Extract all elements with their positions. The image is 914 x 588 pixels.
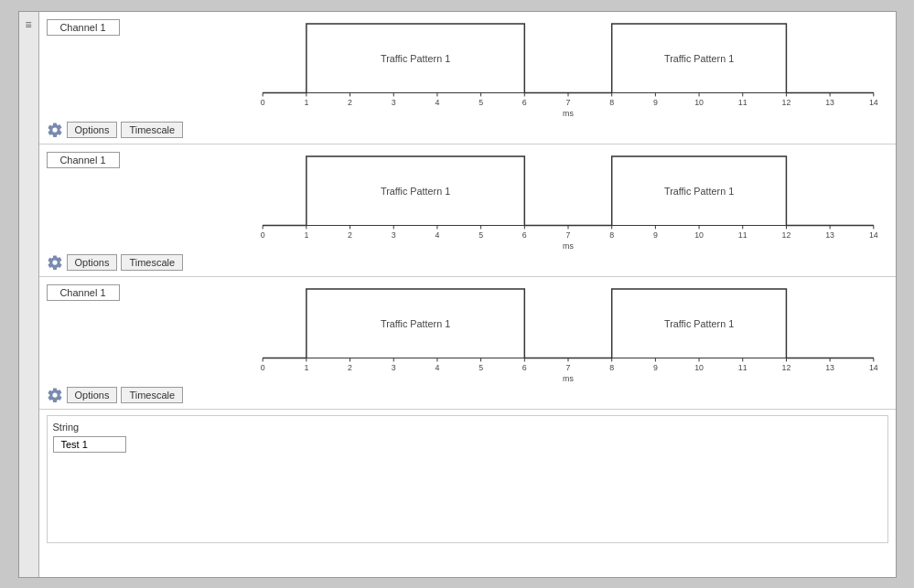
waveform-svg-2: 01234567891011121314msTraffic Pattern 1T… bbox=[250, 152, 887, 251]
svg-text:Traffic Pattern 1: Traffic Pattern 1 bbox=[380, 52, 449, 63]
channel-label-2: Channel 1 bbox=[47, 152, 120, 168]
svg-text:ms: ms bbox=[563, 109, 574, 118]
waveform-area-3: 01234567891011121314msTraffic Pattern 1T… bbox=[250, 284, 887, 383]
main-window: ≡ Channel 1OptionsTimescale0123456789101… bbox=[18, 11, 897, 578]
svg-text:Traffic Pattern 1: Traffic Pattern 1 bbox=[380, 317, 449, 328]
svg-text:2: 2 bbox=[348, 363, 352, 372]
svg-text:5: 5 bbox=[479, 230, 483, 240]
waveform-svg-1: 01234567891011121314msTraffic Pattern 1T… bbox=[250, 19, 887, 118]
svg-text:6: 6 bbox=[522, 98, 526, 107]
svg-text:7: 7 bbox=[565, 363, 570, 372]
channel-row-2: Channel 1OptionsTimescale012345678910111… bbox=[39, 144, 896, 277]
svg-text:11: 11 bbox=[737, 363, 747, 372]
svg-text:5: 5 bbox=[479, 363, 483, 372]
svg-text:ms: ms bbox=[563, 374, 574, 383]
svg-text:9: 9 bbox=[652, 230, 657, 240]
options-area-2: OptionsTimescale bbox=[47, 254, 184, 271]
svg-text:10: 10 bbox=[694, 230, 704, 240]
channel-label-1: Channel 1 bbox=[47, 19, 120, 36]
svg-text:ms: ms bbox=[563, 241, 574, 251]
string-value: Test 1 bbox=[53, 436, 126, 453]
svg-text:Traffic Pattern 1: Traffic Pattern 1 bbox=[380, 185, 449, 196]
left-sidebar: ≡ bbox=[19, 12, 39, 577]
svg-text:5: 5 bbox=[479, 98, 483, 107]
svg-text:0: 0 bbox=[260, 363, 264, 372]
waveform-area-1: 01234567891011121314msTraffic Pattern 1T… bbox=[250, 19, 887, 118]
svg-text:0: 0 bbox=[260, 230, 264, 240]
svg-text:4: 4 bbox=[435, 98, 439, 107]
svg-text:Traffic Pattern 1: Traffic Pattern 1 bbox=[663, 185, 733, 196]
svg-text:2: 2 bbox=[348, 230, 352, 240]
menu-icon: ≡ bbox=[25, 19, 31, 30]
gear-icon-3 bbox=[47, 387, 63, 403]
options-area-3: OptionsTimescale bbox=[47, 387, 184, 403]
svg-text:3: 3 bbox=[391, 363, 395, 372]
svg-text:9: 9 bbox=[652, 363, 657, 372]
svg-text:10: 10 bbox=[694, 363, 704, 372]
svg-text:12: 12 bbox=[781, 363, 790, 372]
options-button-2[interactable]: Options bbox=[67, 254, 118, 271]
svg-text:1: 1 bbox=[304, 230, 308, 240]
timescale-button-3[interactable]: Timescale bbox=[121, 387, 183, 403]
svg-text:7: 7 bbox=[565, 230, 570, 240]
svg-text:12: 12 bbox=[781, 98, 790, 107]
channel-label-3: Channel 1 bbox=[47, 284, 120, 301]
gear-icon-2 bbox=[47, 254, 63, 271]
waveform-svg-3: 01234567891011121314msTraffic Pattern 1T… bbox=[250, 284, 887, 383]
options-button-1[interactable]: Options bbox=[67, 122, 118, 138]
svg-text:6: 6 bbox=[522, 230, 526, 240]
string-panel: String Test 1 bbox=[39, 410, 896, 556]
svg-text:8: 8 bbox=[609, 230, 614, 240]
svg-text:0: 0 bbox=[260, 98, 264, 107]
channel-row-1: Channel 1OptionsTimescale012345678910111… bbox=[39, 12, 896, 144]
svg-text:8: 8 bbox=[609, 98, 614, 107]
timescale-button-2[interactable]: Timescale bbox=[121, 254, 183, 271]
channel-row-3: Channel 1OptionsTimescale012345678910111… bbox=[39, 277, 896, 410]
svg-text:6: 6 bbox=[522, 363, 526, 372]
options-button-3[interactable]: Options bbox=[67, 387, 118, 403]
gear-icon-1 bbox=[47, 122, 63, 138]
string-outer-box: String Test 1 bbox=[47, 415, 888, 543]
svg-text:3: 3 bbox=[391, 230, 395, 240]
svg-text:13: 13 bbox=[825, 363, 834, 372]
svg-text:10: 10 bbox=[694, 98, 704, 107]
svg-text:12: 12 bbox=[781, 230, 790, 240]
svg-text:Traffic Pattern 1: Traffic Pattern 1 bbox=[663, 52, 733, 63]
svg-text:1: 1 bbox=[304, 98, 308, 107]
svg-text:11: 11 bbox=[737, 230, 747, 240]
svg-text:1: 1 bbox=[304, 363, 308, 372]
svg-text:11: 11 bbox=[737, 98, 747, 107]
svg-text:14: 14 bbox=[868, 98, 877, 107]
timescale-button-1[interactable]: Timescale bbox=[121, 122, 183, 138]
content-area: Channel 1OptionsTimescale012345678910111… bbox=[39, 12, 896, 577]
svg-text:4: 4 bbox=[435, 363, 439, 372]
svg-text:14: 14 bbox=[868, 363, 877, 372]
waveform-area-2: 01234567891011121314msTraffic Pattern 1T… bbox=[250, 152, 887, 251]
svg-text:4: 4 bbox=[435, 230, 439, 240]
svg-text:13: 13 bbox=[825, 230, 834, 240]
svg-text:Traffic Pattern 1: Traffic Pattern 1 bbox=[663, 317, 733, 328]
svg-text:13: 13 bbox=[825, 98, 834, 107]
svg-text:9: 9 bbox=[652, 98, 657, 107]
string-label: String bbox=[53, 422, 882, 433]
svg-text:14: 14 bbox=[868, 230, 877, 240]
svg-text:3: 3 bbox=[391, 98, 395, 107]
svg-text:7: 7 bbox=[565, 98, 570, 107]
options-area-1: OptionsTimescale bbox=[47, 122, 184, 138]
svg-text:2: 2 bbox=[348, 98, 352, 107]
svg-text:8: 8 bbox=[609, 363, 614, 372]
